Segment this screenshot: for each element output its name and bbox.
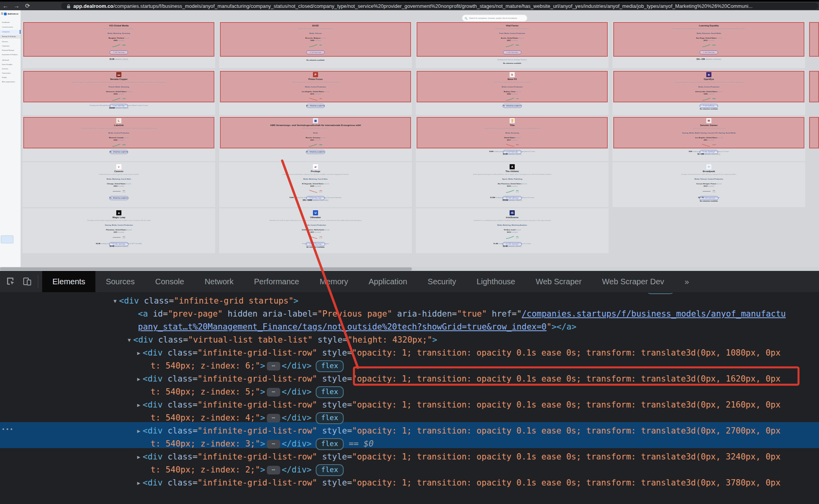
collapse-arrow-icon[interactable]: ▼ (111, 295, 119, 308)
company-name[interactable]: Learning Equality (612, 24, 805, 27)
company-card-vital-farms[interactable]: Vital FarmsThe Best Eggs are Pasture Rai… (416, 21, 609, 68)
sidebar-item-job-board[interactable]: Job board (0, 58, 20, 62)
sidebar-item-unicorns[interactable]: Unicorns (0, 40, 20, 44)
company-name[interactable]: Nevada Copper (22, 78, 215, 80)
sidebar-item-transactions[interactable]: Transactions (0, 71, 20, 75)
company-card-broadpeak[interactable]: ≈BroadpeakDesigns and manufactures video… (612, 162, 805, 207)
tab-security[interactable]: Security (417, 271, 466, 292)
company-card-labelink[interactable]: LLabelinkCanadian leader with a complete… (22, 116, 215, 161)
company-card-ironsource[interactable]: iSironSourceironSource is a leading busi… (416, 208, 609, 253)
tab-application[interactable]: Application (358, 271, 417, 292)
company-card-prodege[interactable]: ▰ProdegeLeading internet and media compa… (219, 162, 412, 207)
map-toggle-widget[interactable] (1, 235, 13, 243)
company-card-tilia[interactable]: 🏆TiliaDigital video services and streami… (416, 116, 609, 161)
inline-expand-ellipsis-button[interactable]: ⋯ (267, 362, 280, 371)
company-card-ams-verwertungs-und-vertriebsgesellschaf[interactable]: ▦AMS Verwertungs- und Vertriebsgesellsch… (219, 116, 412, 161)
app-logo[interactable]: ☰ dealroom.co (1, 12, 20, 16)
flex-badge[interactable]: flex (316, 412, 344, 424)
job-openings-button[interactable]: 2 Job Openings (700, 50, 718, 54)
dom-line[interactable]: t: 540px; z-index: 6;">⋯</div>flex (151, 359, 344, 372)
more-actions-dots-icon[interactable]: ••• (2, 426, 14, 432)
tab-lighthouse[interactable]: Lighthouse (466, 271, 525, 292)
dom-line[interactable]: <div class="virtual-list table-list" sty… (133, 334, 437, 346)
dom-line-grid-row-5[interactable]: <div class="infinite-grid-list-row" styl… (143, 450, 780, 463)
company-card-the-athletic[interactable]: AThe AthleticSubscription-based sports m… (416, 162, 609, 207)
company-name[interactable]: Prime Focus (219, 78, 412, 80)
inline-expand-ellipsis-button[interactable]: ⋯ (267, 466, 280, 474)
company-name[interactable]: Base FX (416, 78, 609, 80)
job-openings-button[interactable]: 1 Job Openings (503, 50, 521, 54)
device-toolbar-icon[interactable] (21, 276, 33, 287)
sidebar-item-startups-scaleups[interactable]: Startups & Scaleups (0, 35, 20, 39)
tab-web-scraper-dev[interactable]: Web Scraper Dev (592, 271, 674, 292)
company-name[interactable]: Broadpeak (612, 170, 805, 172)
dom-line-grid-row-3[interactable]: <div class="infinite-grid-list-row" styl… (143, 398, 780, 411)
expand-arrow-icon[interactable]: ▶ (135, 398, 143, 411)
sidebar-item-more-organisations[interactable]: More organisations (0, 80, 20, 84)
forward-button[interactable]: → (11, 2, 22, 10)
company-card-ultimaker[interactable]: UUltimakerUltimaker has built an open an… (219, 208, 412, 253)
dom-line[interactable]: <div class="infinite-grid startups"> (119, 295, 298, 308)
scrollbar-thumb[interactable] (0, 267, 412, 271)
company-name[interactable]: Vital Farms (416, 24, 609, 27)
inspect-element-icon[interactable] (5, 276, 17, 287)
dom-line-grid-row-4[interactable]: <div class="infinite-grid-list-row" styl… (143, 424, 780, 437)
company-name[interactable]: Tilia (416, 124, 609, 126)
company-name[interactable]: The Athletic (416, 170, 609, 172)
dom-line[interactable]: t: 540px; z-index: 4;">⋯</div>flex (151, 411, 344, 424)
dom-line-grid-row-2[interactable]: <div class="infinite-grid-list-row" styl… (143, 372, 780, 385)
tab-sources[interactable]: Sources (95, 271, 145, 292)
dom-line-grid-row-1[interactable]: <div class="infinite-grid-list-row" styl… (143, 346, 780, 359)
expand-arrow-icon[interactable]: ▶ (135, 424, 143, 437)
flex-badge[interactable]: flex (316, 438, 344, 450)
hamburger-icon[interactable]: ☰ (1, 12, 3, 15)
collapse-arrow-icon[interactable]: ▼ (125, 334, 133, 346)
dom-line-grid-row-6[interactable]: <div class="infinite-grid-list-row" styl… (143, 476, 780, 489)
flex-badge[interactable]: flex (316, 386, 344, 398)
company-card-magic-leap[interactable]: ⚹Magic LeapDevelops mixed reality comput… (22, 208, 215, 253)
tab-performance[interactable]: Performance (244, 271, 310, 292)
sidebar-item-people[interactable]: People (0, 76, 20, 80)
company-card-seismic-games[interactable]: MSeismic GamesGames for facebook, ios an… (612, 116, 805, 161)
company-name[interactable]: Seismic Games (612, 124, 805, 126)
dom-line[interactable]: pany_stat…t%20Management_Finance/tags/no… (138, 321, 577, 334)
company-name[interactable]: Magic Leap (22, 216, 215, 219)
company-card-base[interactable]: BASEMobile telecommunications and media … (219, 21, 412, 68)
inline-expand-ellipsis-button[interactable]: ⋯ (267, 414, 280, 422)
company-name[interactable]: BASE (219, 24, 412, 27)
company-name[interactable]: ironSource (416, 216, 609, 219)
dom-line[interactable]: t: 540px; z-index: 2;">⋯</div>flex (151, 463, 344, 476)
url-bar[interactable]: app.dealroom.co/companies.startups/f/bus… (61, 3, 818, 9)
tab-web-scraper[interactable]: Web Scraper (525, 271, 592, 292)
job-openings-button[interactable]: 4 Job Openings (306, 50, 325, 54)
search-input[interactable]: 🔍 Search for companies, investors, peopl… (462, 15, 527, 22)
sidebar-item-corporates[interactable]: Corporates (0, 44, 20, 48)
expand-arrow-icon[interactable]: ▶ (135, 372, 143, 385)
company-name[interactable]: Prodege (219, 170, 412, 172)
tab-memory[interactable]: Memory (309, 271, 358, 292)
reload-button[interactable]: ⟳ (22, 2, 33, 10)
company-name[interactable]: OpenEye (612, 78, 805, 80)
expand-arrow-icon[interactable]: ▶ (135, 450, 143, 463)
flex-badge[interactable]: flex (316, 360, 344, 372)
company-name[interactable]: Canexis (22, 170, 215, 172)
sidebar-item-innovations-products[interactable]: Innovations & Products (0, 53, 20, 57)
sidebar-item-curated-content[interactable]: Curated content (0, 25, 20, 29)
sidebar-item-featured-startups[interactable]: Featured Startups (0, 48, 20, 52)
tab-console[interactable]: Console (145, 271, 194, 292)
tab-overflow-chevron-icon[interactable]: » (674, 271, 699, 292)
company-name[interactable]: AMS Verwertungs- und Vertriebsgesellscha… (219, 124, 412, 126)
tab-elements[interactable]: Elements (42, 271, 95, 292)
dom-line[interactable]: t: 540px; z-index: 5;">⋯</div>flex (151, 385, 344, 398)
company-card-prime-focus[interactable]: PPrime FocusGlobal media services powerh… (219, 70, 412, 115)
dom-line[interactable]: <a id="prev-page" hidden aria-label="Pre… (138, 308, 786, 321)
company-card-openeye[interactable]: ◈OpenEyeComputer software company manufa… (612, 70, 805, 115)
company-name[interactable]: Labelink (22, 124, 215, 126)
back-button[interactable]: ← (0, 2, 11, 10)
company-card-base-fx[interactable]: bBase FXBase FX is a visual effects and … (416, 70, 609, 115)
company-name[interactable]: Ultimaker (219, 216, 412, 219)
expand-arrow-icon[interactable]: ▶ (135, 346, 143, 359)
sidebar-item-investors[interactable]: Investors (0, 67, 20, 71)
dom-line[interactable]: t: 540px; z-index: 3;">⋯</div>flex == $0 (151, 437, 374, 450)
company-card-learning-equality[interactable]: Learning EqualityLearning Equality is br… (612, 21, 805, 68)
